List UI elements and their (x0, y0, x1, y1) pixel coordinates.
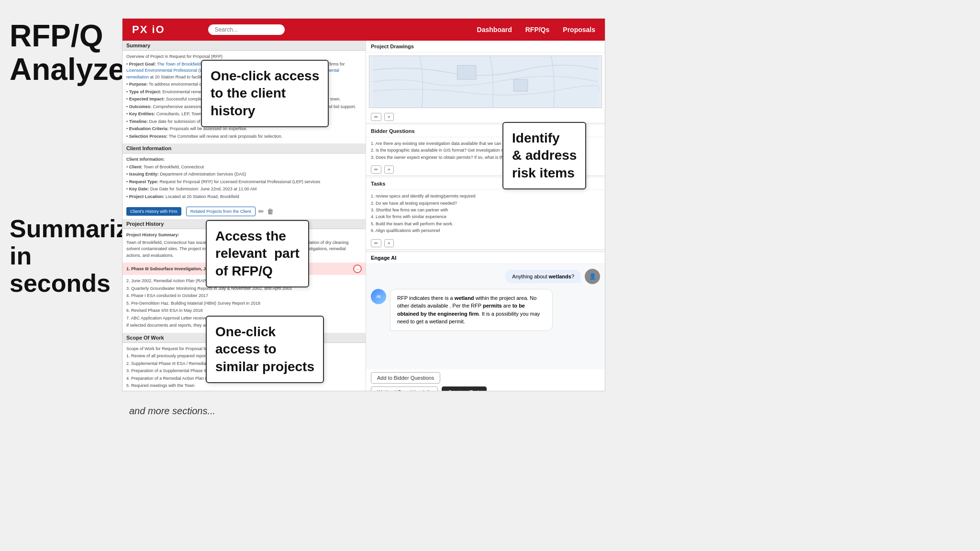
task-6: 6. Align qualifications with personnel (371, 227, 600, 234)
tasks-content: 1. review specs and identify all testing… (366, 190, 605, 237)
client-info-content: Client Information: • Client: Town of Br… (122, 154, 366, 204)
action-buttons-row-2: Wetland Permitting Info Create a Task (371, 386, 600, 391)
delete-icon[interactable]: 🗑 (267, 208, 274, 215)
title-line2: Analyzer (10, 52, 137, 87)
add-to-bidder-btn[interactable]: Add to Bidder Questions (371, 372, 440, 384)
wetland-permitting-btn[interactable]: Wetland Permitting Info (371, 386, 438, 391)
client-history-btn[interactable]: Client's History with Firm (126, 207, 181, 216)
ai-avatar: AI (371, 289, 386, 304)
client-info-label: Client Information: (126, 156, 362, 163)
engage-ai-section: Engage AI Anything about wetlands? 👤 AI … (366, 252, 605, 391)
user-message: Anything about wetlands? 👤 (371, 269, 600, 284)
nav-links: Dashboard RFP/Qs Proposals (477, 26, 595, 33)
ai-message: AI RFP indicates there is a wetland with… (371, 289, 600, 331)
user-bubble: Anything about wetlands? (505, 270, 581, 283)
and-more-label: and more sections... (129, 406, 215, 417)
right-panel: Project Drawings (366, 41, 605, 391)
callout-similar-projects: One-clickaccess tosimilar projects (206, 316, 324, 383)
summary-selection: • Selection Process: The Committee will … (126, 133, 362, 140)
ai-bubble: RFP indicates there is a wetland within … (390, 289, 553, 331)
scope-5: 5. Required meetings with the Town (126, 383, 362, 389)
drawings-icons-row: ✏ + (366, 111, 605, 123)
callout-rfpq-access: Access therelevant partof RFP/Q (206, 220, 309, 287)
task-2: 2. Do we have all testing equipment need… (371, 200, 600, 207)
tasks-pencil-btn[interactable]: ✏ (371, 239, 381, 247)
client-info-header: Client Information (122, 143, 366, 154)
summary-intro: Overview of Project in Request for Propo… (126, 54, 362, 60)
action-buttons-row: Add to Bidder Questions (371, 372, 600, 384)
map-svg (369, 56, 601, 108)
tasks-plus-btn[interactable]: + (384, 239, 394, 247)
pencil-icon-btn[interactable]: ✏ (371, 113, 381, 121)
client-buttons-row: Client's History with Firm Related Proje… (122, 204, 366, 219)
related-projects-btn[interactable]: Related Projects from the Client (186, 207, 256, 216)
callout-risk-items: Identify& addressrisk items (502, 122, 586, 189)
tasks-icons-row: ✏ + (366, 237, 605, 249)
proj-item-5: 5. Pre-Demolition Haz. Building Material… (126, 300, 362, 307)
project-drawings-section: Project Drawings (366, 41, 605, 123)
chat-area: Anything about wetlands? 👤 AI RFP indica… (366, 264, 605, 369)
proj-item-6: 6. Revised Phase II/III ESA in May 2018 (126, 308, 362, 314)
create-task-btn[interactable]: Create a Task (442, 386, 487, 391)
nav-proposals[interactable]: Proposals (563, 26, 595, 33)
callout-client-history: One-click accessto the clienthistory (201, 60, 329, 127)
plus-icon-btn[interactable]: + (384, 113, 394, 121)
svg-rect-1 (457, 66, 476, 79)
scope-6: 6. Opinion of Probable Costs for Abateme… (126, 390, 362, 391)
bq-plus-btn[interactable]: + (384, 165, 394, 174)
client-request-type: • Request Type: Request for Proposal (RF… (126, 179, 362, 186)
content-area: Summary Overview of Project in Request f… (122, 41, 605, 391)
main-title: RFP/Q Analyzer (10, 19, 115, 87)
drawings-area (369, 55, 602, 108)
user-avatar: 👤 (585, 269, 600, 284)
drawings-header: Project Drawings (366, 41, 605, 53)
nav-dashboard[interactable]: Dashboard (477, 26, 512, 33)
svg-rect-2 (513, 79, 527, 91)
expand-circle-btn[interactable]: → (353, 264, 362, 273)
summarize-line2: in seconds (10, 242, 111, 297)
proj-item-4: 4. Phase I ESA conducted in October 2017 (126, 293, 362, 299)
task-3: 3. Shortlist few firms we can partner wi… (371, 207, 600, 213)
client-issuing: • Issuing Entity: Department of Administ… (126, 171, 362, 178)
main-title-area: RFP/Q Analyzer (10, 19, 115, 87)
nav-bar: PX iO Dashboard RFP/Qs Proposals (122, 19, 605, 41)
client-name: • Client: Town of Brookfield, Connecticu… (126, 164, 362, 171)
svg-rect-0 (373, 56, 598, 108)
nav-logo: PX iO (132, 23, 165, 36)
bq-pencil-btn[interactable]: ✏ (371, 165, 381, 174)
summary-header: Summary (122, 41, 366, 51)
client-key-date: • Key Date: Due Date for Submission: Jun… (126, 186, 362, 193)
task-5: 5. Build the team that will perform the … (371, 220, 600, 227)
title-line1: RFP/Q (10, 19, 103, 53)
task-1: 1. review specs and identify all testing… (371, 193, 600, 199)
summarize-label: Summarize in seconds (10, 215, 115, 298)
engage-ai-header: Engage AI (366, 252, 605, 264)
nav-rfpqs[interactable]: RFP/Qs (525, 26, 550, 33)
client-location: • Project Location: Located at 20 Statio… (126, 194, 362, 200)
task-4: 4. Look for firms with similar experienc… (371, 213, 600, 220)
edit-icon[interactable]: ✏ (258, 208, 264, 215)
search-input[interactable] (208, 24, 285, 35)
app-container: PX iO Dashboard RFP/Qs Proposals Summary… (122, 18, 605, 391)
